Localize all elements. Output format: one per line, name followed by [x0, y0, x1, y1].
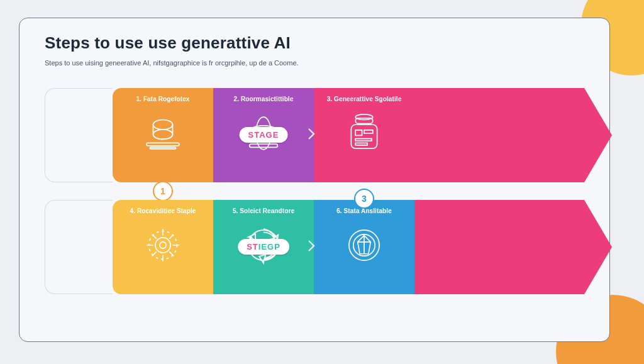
svg-rect-12 — [355, 130, 362, 136]
infographic-card: Steps to use use generattive AI Steps to… — [19, 18, 610, 342]
row-lead-cap — [45, 200, 113, 294]
svg-rect-3 — [150, 147, 175, 149]
arrow-end-cap — [414, 200, 584, 294]
step-badge: STIEGP — [238, 239, 289, 255]
stage-badge: STAGE — [240, 127, 288, 143]
gear-sun-icon — [136, 218, 190, 272]
page-subtitle: Steps to use uising geneerative AI, nifs… — [45, 59, 584, 67]
svg-rect-2 — [147, 143, 179, 145]
tile-label: 3. Geneerattive Sgolatile — [327, 96, 402, 102]
tile-label: 4. Rocaviditiee Staple — [130, 207, 196, 214]
svg-point-16 — [155, 238, 170, 253]
tile-step-4: 4. Rocaviditiee Staple — [113, 200, 213, 294]
jar-dashboard-icon — [337, 106, 391, 160]
tile-step-5: 5. Soleict Reandtore STIEGP — [213, 200, 314, 294]
tile-label: 5. Soleict Reandtore — [233, 207, 294, 214]
circle-number-3: 3 — [354, 189, 374, 209]
svg-rect-14 — [355, 139, 372, 141]
svg-rect-8 — [250, 144, 278, 147]
row-lead-cap — [45, 88, 113, 182]
flow-container: 1. Fata Rogefotex 1 2. Roormasictittible — [45, 88, 584, 294]
chevron-right-icon — [304, 238, 319, 256]
arrow-end-cap — [414, 88, 584, 182]
flow-row-2: 4. Rocaviditiee Staple 5. Soleict Reandt… — [45, 200, 584, 294]
tile-step-1: 1. Fata Rogefotex 1 — [113, 88, 213, 182]
database-stack-icon — [136, 106, 190, 160]
tile-step-6: 6. Stata Anslitable 3 — [314, 200, 414, 294]
svg-point-1 — [153, 130, 173, 139]
flow-row-1: 1. Fata Rogefotex 1 2. Roormasictittible — [45, 88, 584, 182]
chevron-right-icon — [304, 126, 319, 144]
svg-rect-15 — [355, 143, 367, 145]
tile-step-3: 3. Geneerattive Sgolatile — [314, 88, 414, 182]
page-title: Steps to use use generattive AI — [45, 33, 584, 53]
svg-point-0 — [153, 120, 173, 130]
circle-number-1: 1 — [153, 181, 173, 201]
crystal-orb-icon — [337, 218, 391, 272]
tile-label: 2. Roormasictittible — [234, 96, 294, 102]
svg-point-11 — [355, 114, 373, 120]
svg-point-17 — [160, 242, 166, 248]
tile-label: 1. Fata Rogefotex — [136, 96, 189, 102]
svg-rect-13 — [364, 130, 373, 133]
tile-step-2: 2. Roormasictittible STAGE — [213, 88, 314, 182]
